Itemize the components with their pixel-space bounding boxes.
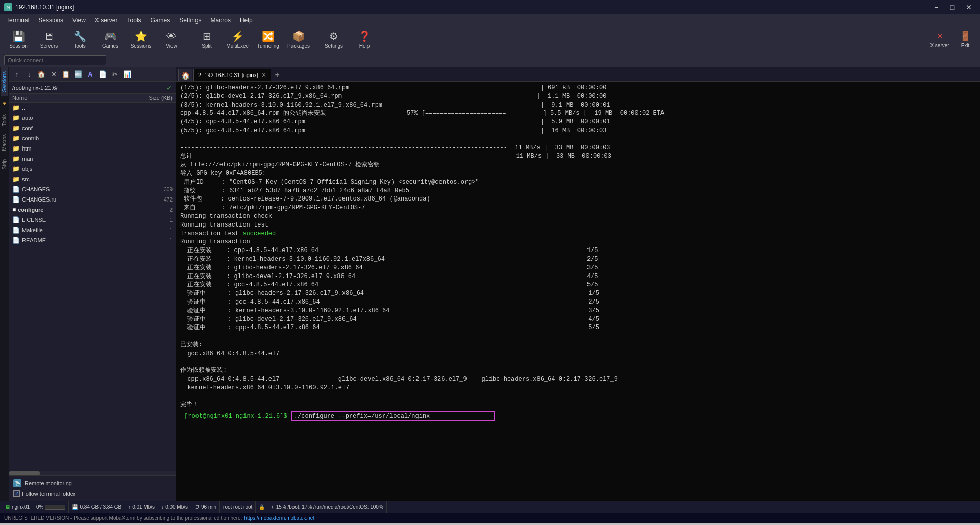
folder-icon: 📁 <box>12 114 20 121</box>
sidebar-file-btn[interactable]: 📄 <box>97 69 108 80</box>
toolbar-exit[interactable]: 🚪 Exit <box>954 29 976 51</box>
menu-settings[interactable]: Settings <box>175 14 205 27</box>
term-line: 导入 GPG key 0xF4A80EB5: <box>180 169 976 178</box>
sidebar-close-btn[interactable]: ✕ <box>48 69 59 80</box>
user-text: root root root <box>223 504 252 510</box>
term-line: (4/5): cpp-4.8.5-44.el7.x86_64.rpm | 5.9… <box>180 118 976 127</box>
edge-tab-macros[interactable]: Macros <box>1 130 8 155</box>
maximize-button[interactable]: □ <box>945 2 960 12</box>
terminal-command-input[interactable] <box>291 411 495 421</box>
menu-games[interactable]: Games <box>146 14 175 27</box>
item-name: Makefile <box>22 227 157 233</box>
menu-tools[interactable]: Tools <box>123 14 145 27</box>
list-item[interactable]: 📁 html <box>9 143 176 154</box>
follow-terminal-row[interactable]: ✓ Follow terminal folder <box>11 489 174 498</box>
toolbar-servers-label: Servers <box>40 43 58 49</box>
toolbar-tools[interactable]: 🔧 Tools <box>65 28 94 52</box>
menu-macros[interactable]: Macros <box>207 14 235 27</box>
term-line: 正在安装 : cpp-4.8.5-44.el7.x86_64 1/5 <box>180 246 976 255</box>
term-line: 已安装: <box>180 341 976 349</box>
list-item[interactable]: 📄 LICENSE 1 <box>9 215 176 225</box>
sidebar-text-btn[interactable]: A <box>85 69 96 80</box>
multiexec-icon: ⚡ <box>231 30 244 42</box>
item-name: README <box>22 237 157 243</box>
tab-main[interactable]: 2. 192.168.10.31 [nginx] ✕ <box>193 69 271 81</box>
item-name: LICENSE <box>22 217 157 223</box>
tab-close-icon[interactable]: ✕ <box>261 71 266 79</box>
list-item[interactable]: 📄 README 1 <box>9 235 176 245</box>
toolbar-tunneling[interactable]: 🔀 Tunneling <box>254 28 282 52</box>
sidebar-cut-btn[interactable]: ✂ <box>109 69 120 80</box>
list-item[interactable]: 📁 auto <box>9 113 176 123</box>
sidebar-copy-btn[interactable]: 📋 <box>60 69 71 80</box>
sidebar-up-btn[interactable]: ↑ <box>11 69 22 80</box>
status-cpu: 0% <box>33 501 69 513</box>
toolbar-packages[interactable]: 📦 Packages <box>284 28 313 52</box>
list-item[interactable]: 📁 man <box>9 154 176 164</box>
list-item[interactable]: 📁 objs <box>9 164 176 174</box>
list-item[interactable]: 📄 CHANGES.ru 472 <box>9 194 176 205</box>
toolbar-xserver[interactable]: ✕ X server <box>929 29 950 51</box>
toolbar-session[interactable]: 💾 Session <box>4 28 33 52</box>
follow-terminal-checkbox[interactable]: ✓ <box>13 490 20 497</box>
term-line: ----------------------------------------… <box>180 144 976 153</box>
list-item[interactable]: 📁 .. <box>9 103 176 113</box>
term-line: Running transaction <box>180 238 976 246</box>
folder-icon: 📁 <box>12 124 20 132</box>
term-line: 用户ID : "CentOS-7 Key (CentOS 7 Official … <box>180 178 976 187</box>
close-button[interactable]: ✕ <box>962 2 976 12</box>
status-memory: 💾 0.84 GB / 3.84 GB <box>69 501 125 513</box>
toolbar-settings[interactable]: ⚙ Settings <box>320 28 348 52</box>
download-text: 0.00 Mb/s <box>165 504 188 510</box>
file-icon: 📄 <box>12 216 20 223</box>
edge-tab-tools2[interactable]: Tools <box>1 110 8 130</box>
list-item[interactable]: 📁 conf <box>9 123 176 133</box>
menu-xserver[interactable]: X server <box>91 14 122 27</box>
list-item[interactable]: 📁 src <box>9 174 176 184</box>
remote-monitoring[interactable]: 📡 Remote monitoring <box>11 478 174 489</box>
toolbar-split[interactable]: ⊞ Split <box>192 28 221 52</box>
window-controls: − □ ✕ <box>929 2 976 12</box>
term-line: 软件包 : centos-release-7-9.2009.1.el7.cent… <box>180 195 976 204</box>
menu-sessions[interactable]: Sessions <box>34 14 67 27</box>
banner-link[interactable]: https://mobaxterm.mobatek.net <box>244 515 314 521</box>
toolbar-help[interactable]: ❓ Help <box>350 28 379 52</box>
sidebar-down-btn[interactable]: ↓ <box>23 69 35 80</box>
toolbar-sessions[interactable]: ⭐ Sessions <box>127 28 155 52</box>
tab-add-btn[interactable]: + <box>271 69 283 81</box>
toolbar-view[interactable]: 👁 View <box>157 28 186 52</box>
edge-tab-tools[interactable]: ★ <box>1 96 8 110</box>
status-lock: 🔒 <box>256 501 268 513</box>
toolbar-tools-label: Tools <box>74 43 85 49</box>
minimize-button[interactable]: − <box>929 2 943 12</box>
term-line: Running transaction check <box>180 212 976 221</box>
sidebar-font-btn[interactable]: 🔤 <box>72 69 84 80</box>
item-name: .. <box>22 105 157 111</box>
terminal-output[interactable]: (1/5): glibc-headers-2.17-326.el7_9.x86_… <box>176 82 980 501</box>
status-server: 🖥 nginx01 <box>2 501 33 513</box>
sidebar-chart-btn[interactable]: 📊 <box>121 69 133 80</box>
sidebar-scrollbar[interactable] <box>9 471 176 475</box>
edge-tab-strip[interactable]: Strip <box>1 155 8 174</box>
quick-connect-input[interactable] <box>4 55 106 65</box>
list-item[interactable]: 📁 contrib <box>9 133 176 143</box>
title-bar: N 192.168.10.31 [nginx] − □ ✕ <box>0 0 980 14</box>
sidebar-home-btn[interactable]: 🏠 <box>36 69 47 80</box>
term-input-line: [root@nginx01 nginx-1.21.6]$ <box>180 409 976 423</box>
toolbar-multiexec[interactable]: ⚡ MultiExec <box>223 28 252 52</box>
menu-help[interactable]: Help <box>236 14 257 27</box>
toolbar-games[interactable]: 🎮 Games <box>96 28 125 52</box>
list-item[interactable]: 📄 Makefile 1 <box>9 225 176 235</box>
menu-terminal[interactable]: Terminal <box>2 14 33 27</box>
path-bar: /root/nginx-1.21.6/ ✓ <box>9 82 176 94</box>
file-icon: 📄 <box>12 196 20 203</box>
term-line: (1/5): glibc-headers-2.17-326.el7_9.x86_… <box>180 84 976 92</box>
tab-home-btn[interactable]: 🏠 <box>178 69 192 81</box>
menu-view[interactable]: View <box>68 14 90 27</box>
toolbar-servers[interactable]: 🖥 Servers <box>35 28 63 52</box>
item-name: auto <box>22 115 157 121</box>
list-item[interactable]: 📄 CHANGES 309 <box>9 184 176 194</box>
list-item[interactable]: ■ configure 2 <box>9 205 176 215</box>
edge-tab-sessions[interactable]: Sessions <box>1 67 8 96</box>
item-size: 309 <box>157 187 173 192</box>
